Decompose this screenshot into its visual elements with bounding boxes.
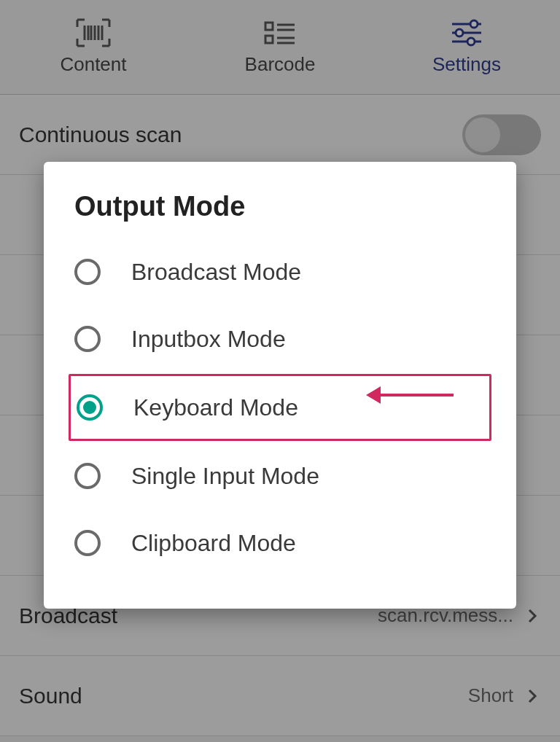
svg-rect-1 [265, 36, 273, 43]
tab-settings[interactable]: Settings [373, 0, 560, 94]
option-label: Keyboard Mode [133, 394, 298, 421]
dialog-title: Output Mode [74, 191, 486, 222]
sliders-icon [449, 18, 484, 47]
toggle-continuous-scan[interactable] [462, 114, 541, 155]
arrow-line [381, 394, 454, 397]
row-value: Short [468, 684, 513, 707]
svg-point-4 [467, 38, 475, 45]
radio-selected-icon [77, 394, 103, 421]
radio-icon [74, 326, 101, 352]
settings-screen: Content Barcode Settings [0, 0, 560, 742]
list-grid-icon [262, 18, 298, 47]
option-inputbox-mode[interactable]: Inputbox Mode [74, 305, 486, 372]
radio-icon [74, 463, 101, 489]
top-tabs: Content Barcode Settings [0, 0, 560, 95]
chevron-right-icon [524, 607, 541, 625]
tab-label: Content [60, 53, 126, 76]
option-label: Broadcast Mode [131, 259, 301, 286]
row-sound[interactable]: Sound Short [0, 656, 560, 736]
option-broadcast-mode[interactable]: Broadcast Mode [74, 238, 486, 305]
option-label: Inputbox Mode [131, 326, 286, 353]
tab-barcode[interactable]: Barcode [187, 0, 373, 94]
svg-point-3 [456, 29, 463, 36]
radio-icon [74, 530, 101, 556]
row-label: Sound [19, 684, 82, 708]
row-label: Continuous scan [19, 122, 182, 147]
tab-label: Settings [432, 53, 501, 76]
annotation-arrow [366, 382, 454, 408]
svg-point-2 [470, 20, 478, 28]
barcode-scan-icon [76, 18, 111, 47]
option-label: Clipboard Mode [131, 530, 296, 557]
option-clipboard-mode[interactable]: Clipboard Mode [74, 509, 486, 577]
radio-icon [74, 259, 101, 285]
svg-rect-0 [265, 23, 273, 30]
tab-label: Barcode [245, 53, 316, 76]
option-label: Single Input Mode [131, 463, 319, 490]
chevron-right-icon [524, 687, 541, 705]
arrow-left-icon [366, 386, 381, 404]
tab-content[interactable]: Content [0, 0, 187, 94]
option-single-input-mode[interactable]: Single Input Mode [74, 442, 486, 509]
